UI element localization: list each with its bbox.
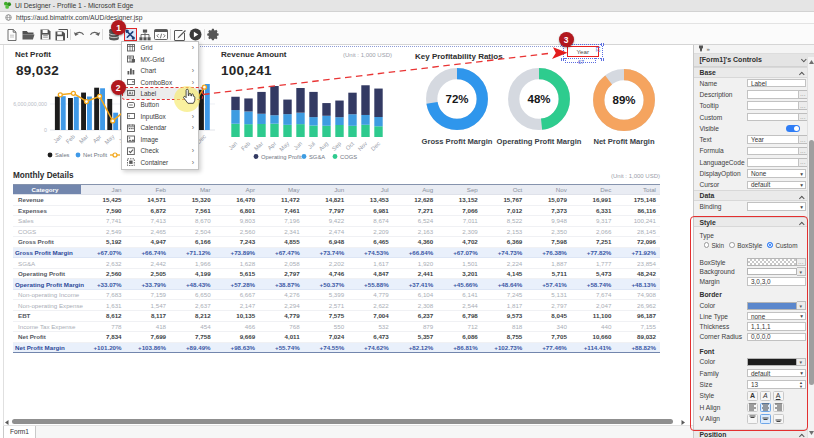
cell-value: 5,711	[526, 268, 571, 279]
panel-scrollbar-thumb[interactable]	[809, 140, 814, 385]
url-text[interactable]: https://aud.bimatrix.com/AUD/designer.js…	[16, 14, 143, 21]
selection-handle[interactable]	[601, 43, 604, 46]
property-row-cursor: Cursordefault▾	[694, 179, 814, 190]
redo-button[interactable]	[87, 27, 102, 42]
cell-value: 1,777	[571, 258, 616, 269]
cell-value: 7,461	[259, 205, 304, 216]
cell-value: 2,544	[437, 300, 482, 311]
menu-item-grid[interactable]: Grid›	[122, 42, 198, 53]
menu-item-check[interactable]: Check›	[122, 145, 198, 156]
table-row: Revenue15,42514,57115,32016,47011,47214,…	[13, 195, 660, 206]
annotation-step-1: 1	[111, 20, 126, 35]
scroll-up-icon[interactable]	[809, 60, 814, 64]
cell-value: 2,308	[393, 300, 438, 311]
languagecode-field[interactable]	[747, 158, 799, 167]
section-title: Position	[700, 431, 801, 438]
compose-button[interactable]	[172, 27, 187, 42]
cell-value: 6,650	[170, 289, 215, 300]
menu-item-mx-grid[interactable]: MX-Grid	[122, 53, 198, 64]
cell-value: 2,560	[81, 268, 126, 279]
cell-value: 6,141	[437, 289, 482, 300]
scroll-down-icon[interactable]	[809, 431, 814, 435]
submenu-arrow-icon: ›	[192, 44, 194, 51]
property-row-formula: Formula...	[694, 145, 814, 156]
selection-handle[interactable]	[601, 58, 604, 61]
panel-scrollbar[interactable]	[807, 57, 814, 438]
name-field[interactable]: Label	[747, 79, 806, 88]
collapse-panel-icon[interactable]: »	[707, 46, 710, 52]
menu-item-calendar[interactable]: Calendar›	[122, 122, 198, 133]
cell-value: 16,470	[215, 195, 260, 206]
svg-text:Apr: Apr	[92, 133, 103, 144]
panel-header[interactable]: [Form1]'s Controls	[694, 54, 814, 67]
cell-value: 2,637	[170, 300, 215, 311]
tooltip-field[interactable]	[747, 101, 799, 110]
table-row: SG&A2,6322,4421,9661,6282,0582,2021,6171…	[13, 258, 660, 269]
pin-icon[interactable]	[698, 45, 704, 52]
cell-value: 2,549	[81, 226, 126, 237]
cell-value: 15,767	[482, 195, 527, 206]
cursor-select[interactable]: default▾	[747, 181, 806, 190]
undo-button[interactable]	[72, 27, 87, 42]
form1-tab-label: Form1	[10, 428, 29, 435]
cell-value: 7,004	[348, 311, 393, 322]
cell-value: 8,212	[170, 311, 215, 322]
svg-text:May: May	[103, 133, 115, 145]
menu-item-container[interactable]: Container›	[122, 156, 198, 167]
section-header-base[interactable]: Base	[694, 67, 814, 78]
selection-width-value: 67	[578, 59, 584, 65]
settings-button[interactable]	[206, 27, 221, 42]
horizontal-scrollbar[interactable]	[12, 419, 673, 424]
new-file-button[interactable]	[4, 27, 19, 42]
cell-value: 5,473	[571, 268, 616, 279]
monthly-details-table[interactable]: CategoryJanFebMarAprMayJunJulAugSepOctNo…	[13, 184, 660, 353]
custom-field[interactable]	[747, 113, 799, 122]
selection-height-value: 12	[595, 46, 601, 52]
cell-value: 2,797	[526, 300, 571, 311]
cell-value: 2,066	[571, 226, 616, 237]
cell-value: 7,834	[81, 332, 126, 343]
menu-item-image[interactable]: Image	[122, 134, 198, 145]
menu-item-chart[interactable]: Chart›	[122, 65, 198, 76]
cell-value: 15,425	[81, 195, 126, 206]
save-all-button[interactable]	[54, 27, 69, 42]
cell-value: 2,294	[259, 300, 304, 311]
site-info-icon[interactable]	[5, 14, 12, 21]
row-label: Gross Profit Margin	[13, 247, 81, 258]
open-button[interactable]	[21, 27, 36, 42]
visible-toggle[interactable]	[786, 125, 800, 132]
displayoption-select[interactable]: None▾	[747, 169, 806, 178]
cell-value: 4,702	[437, 237, 482, 248]
app-logo-icon	[3, 1, 12, 10]
svg-text:0: 0	[44, 127, 47, 133]
table-row: Income Tax Expense7784184544667685505328…	[13, 321, 660, 332]
cell-value: 14,571	[126, 195, 171, 206]
run-button[interactable]	[188, 27, 203, 42]
menu-item-inputbox[interactable]: InputBox›	[122, 111, 198, 122]
code-window-button[interactable]	[154, 27, 169, 42]
cell-value: +37.41%	[393, 279, 438, 290]
annotation-arrow	[196, 44, 571, 100]
cell-value: 340	[526, 321, 571, 332]
cell-value: 8,674	[348, 216, 393, 227]
save-button[interactable]	[38, 27, 53, 42]
text-field[interactable]: Year	[747, 135, 799, 144]
cell-value: 6,369	[482, 237, 527, 248]
cell-value: 10,660	[571, 332, 616, 343]
hierarchy-button[interactable]	[137, 27, 152, 42]
form1-tab[interactable]: Form1	[3, 426, 36, 438]
formula-field[interactable]	[747, 147, 799, 156]
cell-value: 12,628	[393, 195, 438, 206]
cell-value: 712	[437, 321, 482, 332]
svg-text:Jun: Jun	[292, 140, 303, 151]
svg-text:Nov: Nov	[357, 140, 369, 152]
description-field[interactable]	[747, 90, 799, 99]
cell-value: +76.38%	[526, 247, 571, 258]
section-header-data[interactable]: Data	[694, 190, 814, 201]
year-label-control[interactable]: Year	[567, 46, 599, 58]
binding-select[interactable]: ▾	[747, 202, 806, 211]
cell-value: 4,746	[304, 268, 349, 279]
cell-value: 8,670	[170, 216, 215, 227]
cell-value: 86,116	[615, 205, 660, 216]
cell-value: 1,617	[348, 258, 393, 269]
